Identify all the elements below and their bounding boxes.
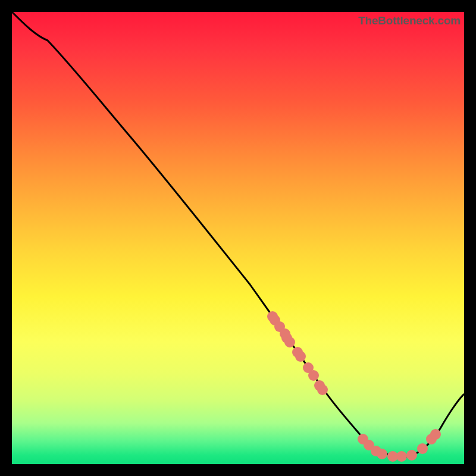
chart-svg <box>12 12 464 464</box>
watermark-text: TheBottleneck.com <box>358 14 461 27</box>
bottleneck-curve <box>12 12 464 457</box>
data-markers <box>267 311 441 462</box>
data-point-marker <box>284 337 295 347</box>
data-point-marker <box>406 450 417 461</box>
data-point-marker <box>396 451 407 462</box>
data-point-marker <box>430 429 441 440</box>
data-point-marker <box>377 449 387 459</box>
data-point-marker <box>417 443 428 454</box>
chart-plot-area: TheBottleneck.com <box>12 12 464 464</box>
data-point-marker <box>317 384 328 395</box>
data-point-marker <box>295 351 306 362</box>
data-point-marker <box>308 370 319 381</box>
